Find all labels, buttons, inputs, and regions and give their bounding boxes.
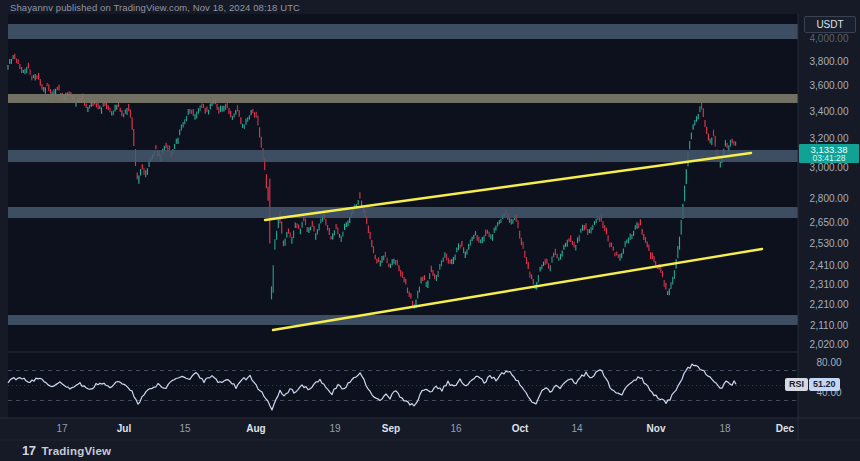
time-tick-label: 19 [329,423,340,434]
price-tick-label: 3,400.00 [800,106,858,117]
price-tick-label: 3,000.00 [800,162,858,173]
publish-attribution: Shayannv published on TradingView.com, N… [10,2,300,13]
rsi-current-value: 51.20 [809,378,840,391]
price-tick-label: 3,800.00 [800,56,858,67]
price-tick-label: 4,000.00 [800,33,858,44]
tradingview-chart-window: Shayannv published on TradingView.com, N… [0,0,860,461]
rsi-label: RSI [785,378,808,391]
price-tick-label: 2,800.00 [800,193,858,204]
price-tick-label: 2,650.00 [800,217,858,228]
price-tick-label: 2,020.00 [800,339,858,350]
zone-level-3130[interactable] [8,150,798,162]
zone-support-2110[interactable] [8,315,798,325]
time-tick-label: Aug [246,423,265,434]
rsi-tick-label: 80.00 [800,357,858,368]
tradingview-brand-text: TradingView [41,445,111,457]
price-tick-label: 2,210.00 [800,299,858,310]
rsi-value-badge: RSI 51.20 [785,378,840,391]
price-tick-label: 3,200.00 [800,133,858,144]
price-tick-label: 2,410.00 [800,260,858,271]
time-tick-label: Oct [512,423,529,434]
price-tick-label: 2,310.00 [800,279,858,290]
zone-level-2750[interactable] [8,207,798,218]
time-tick-label: 17 [56,423,67,434]
time-tick-label: 16 [450,423,461,434]
time-tick-label: 14 [571,423,582,434]
tradingview-logo-icon: 17 [22,444,35,458]
time-tick-label: Dec [776,423,794,434]
quote-currency-toggle[interactable]: USDT [804,16,856,33]
time-tick-label: Nov [647,423,666,434]
time-tick-label: 18 [719,423,730,434]
candle-countdown: 03:41:28 [799,154,859,163]
time-tick-label: Jul [117,423,131,434]
last-price-badge: 3,133.38 03:41:28 [799,144,859,163]
time-tick-label: 15 [179,423,190,434]
zone-resistance-4000[interactable] [8,24,798,39]
zone-resistance-3450[interactable] [8,94,798,103]
price-chart-canvas[interactable] [0,0,860,461]
tradingview-logo[interactable]: 17 TradingView [22,443,111,458]
price-tick-label: 3,600.00 [800,80,858,91]
price-tick-label: 2,530.00 [800,238,858,249]
time-tick-label: Sep [382,423,400,434]
price-tick-label: 2,110.00 [800,320,858,331]
